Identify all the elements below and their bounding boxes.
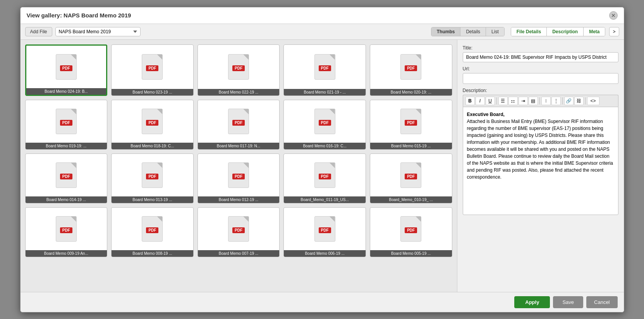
title-bar: View gallery: NAPS Board Memo 2019 ✕ <box>21 7 624 24</box>
thumb-item-4[interactable]: PDF Board Memo 020-19: ... <box>370 44 452 96</box>
thumb-item-6[interactable]: PDF Board Memo 018-19: C... <box>111 100 194 150</box>
pdf-icon-body-6: PDF <box>142 109 163 134</box>
title-input[interactable] <box>463 52 618 62</box>
pdf-badge-19: PDF <box>405 227 417 233</box>
pdf-corner-6 <box>157 109 162 114</box>
thumb-img-11: PDF <box>112 154 193 196</box>
pdf-corner-10 <box>71 163 76 168</box>
pdf-badge-1: PDF <box>146 65 158 71</box>
thumb-label-19: Board Memo 005-19 ... <box>370 250 452 257</box>
pdf-icon-body-0: PDF <box>56 54 77 80</box>
align-right-button[interactable]: ⇥ <box>519 97 528 105</box>
title-field-group: Title: <box>463 45 618 62</box>
thumb-item-10[interactable]: PDF Board Memo 014-19 ... <box>25 154 108 203</box>
thumb-item-2[interactable]: PDF Board Memo 022-19 ... <box>197 44 280 96</box>
thumb-item-11[interactable]: PDF Board Memo 013-19 ... <box>111 154 194 203</box>
tab-thumbs[interactable]: Thumbs <box>431 27 461 36</box>
thumb-item-16[interactable]: PDF Board Memo 008-19 ... <box>111 207 194 257</box>
pdf-corner-19 <box>416 217 421 222</box>
thumb-item-8[interactable]: PDF Board Memo 016-19: C... <box>283 100 366 150</box>
tab-list[interactable]: List <box>486 27 504 36</box>
pdf-badge-11: PDF <box>146 174 158 179</box>
more-button[interactable]: > <box>609 27 619 36</box>
thumb-label-0: Board Memo 024-19: B... <box>26 88 106 95</box>
pdf-corner-12 <box>243 163 249 168</box>
save-button[interactable]: Save <box>553 296 583 308</box>
pdf-icon-body-18: PDF <box>314 216 335 242</box>
pdf-badge-8: PDF <box>319 120 331 126</box>
thumb-label-18: Board Memo 006-19 ... <box>284 250 366 257</box>
description-field-group: Description: B I U ☰ ⚏ ⇥ ▤ ⁝ ⋮ 🔗 ⛓ <box>463 88 618 215</box>
add-file-button[interactable]: Add File <box>25 27 52 36</box>
thumb-item-1[interactable]: PDF Board Memo 023-19 ... <box>111 44 194 96</box>
unordered-list-button[interactable]: ⁝ <box>541 97 551 105</box>
pdf-icon-body-5: PDF <box>56 109 77 134</box>
thumb-label-10: Board Memo 014-19 ... <box>26 196 107 203</box>
thumb-item-7[interactable]: PDF Board Memo 017-19: N... <box>197 100 280 150</box>
pdf-badge-13: PDF <box>319 174 331 179</box>
source-button[interactable]: <> <box>587 97 599 105</box>
thumb-item-13[interactable]: PDF Board_Memo_011-19_US... <box>283 154 366 203</box>
align-left-button[interactable]: ☰ <box>498 97 508 105</box>
ordered-list-button[interactable]: ⋮ <box>551 97 561 105</box>
thumb-item-19[interactable]: PDF Board Memo 005-19 ... <box>370 207 452 257</box>
thumb-img-7: PDF <box>198 100 280 143</box>
thumb-item-15[interactable]: PDF Board Memo 009-19 An... <box>25 207 108 257</box>
thumb-item-9[interactable]: PDF Board Memo 015-19 ... <box>370 100 452 150</box>
align-center-button[interactable]: ⚏ <box>508 97 518 105</box>
thumb-item-0[interactable]: PDF Board Memo 024-19: B... <box>25 44 108 96</box>
title-label: Title: <box>463 45 618 51</box>
thumb-item-5[interactable]: PDF Board Memo 019-19: ... <box>25 100 108 150</box>
pdf-icon-7: PDF <box>227 108 250 135</box>
thumb-img-10: PDF <box>26 154 107 196</box>
gallery-dialog: View gallery: NAPS Board Memo 2019 ✕ Add… <box>20 7 624 312</box>
thumb-label-7: Board Memo 017-19: N... <box>198 143 280 149</box>
italic-button[interactable]: I <box>476 97 485 105</box>
url-field-group: Url: <box>463 66 618 84</box>
thumb-item-12[interactable]: PDF Board Memo 012-19 ... <box>197 154 280 203</box>
pdf-icon-body-14: PDF <box>400 162 421 188</box>
unlink-button[interactable]: ⛓ <box>574 97 584 105</box>
thumb-label-3: Board Memo 021-19 - ... <box>284 89 366 96</box>
pdf-corner-15 <box>71 217 76 222</box>
thumb-img-18: PDF <box>284 208 366 250</box>
align-justify-button[interactable]: ▤ <box>529 97 538 105</box>
pdf-icon-body-10: PDF <box>56 162 77 188</box>
pdf-corner-0 <box>71 55 76 60</box>
thumb-item-18[interactable]: PDF Board Memo 006-19 ... <box>283 207 366 257</box>
pdf-icon-body-9: PDF <box>400 109 421 134</box>
tab-description[interactable]: Description <box>547 27 584 36</box>
thumb-item-3[interactable]: PDF Board Memo 021-19 - ... <box>283 44 366 96</box>
tab-file-details[interactable]: File Details <box>511 27 547 36</box>
tab-details[interactable]: Details <box>460 27 486 36</box>
pdf-corner-11 <box>157 163 162 168</box>
bold-button[interactable]: B <box>465 97 475 105</box>
pdf-icon-2: PDF <box>227 53 250 80</box>
gallery-select[interactable]: NAPS Board Memo 2019 <box>55 27 141 36</box>
thumb-img-15: PDF <box>26 208 107 250</box>
thumb-label-6: Board Memo 018-19: C... <box>112 143 193 149</box>
close-button[interactable]: ✕ <box>609 11 618 20</box>
thumb-item-14[interactable]: PDF Board_Memo_010-19_ ... <box>370 154 452 203</box>
pdf-icon-body-13: PDF <box>314 162 335 188</box>
pdf-corner-14 <box>416 163 421 168</box>
pdf-badge-15: PDF <box>60 227 72 233</box>
pdf-icon-body-2: PDF <box>228 54 249 80</box>
editor-content[interactable]: Executive Board,Attached is Business Mai… <box>463 107 618 215</box>
thumb-label-13: Board_Memo_011-19_US... <box>284 196 366 203</box>
pdf-icon-body-16: PDF <box>142 216 163 242</box>
thumb-img-13: PDF <box>284 154 366 196</box>
tab-meta[interactable]: Meta <box>584 27 605 36</box>
thumb-label-12: Board Memo 012-19 ... <box>198 196 280 203</box>
cancel-button[interactable]: Cancel <box>586 296 617 308</box>
thumb-item-17[interactable]: PDF Board Memo 007-19 ... <box>197 207 280 257</box>
pdf-corner-16 <box>157 217 162 222</box>
underline-button[interactable]: U <box>486 97 495 105</box>
thumb-label-9: Board Memo 015-19 ... <box>370 143 452 149</box>
link-button[interactable]: 🔗 <box>564 97 574 105</box>
pdf-badge-6: PDF <box>146 120 158 126</box>
pdf-icon-4: PDF <box>399 53 422 80</box>
pdf-corner-17 <box>243 217 249 222</box>
apply-button[interactable]: Apply <box>514 296 550 308</box>
url-input[interactable] <box>463 73 618 84</box>
